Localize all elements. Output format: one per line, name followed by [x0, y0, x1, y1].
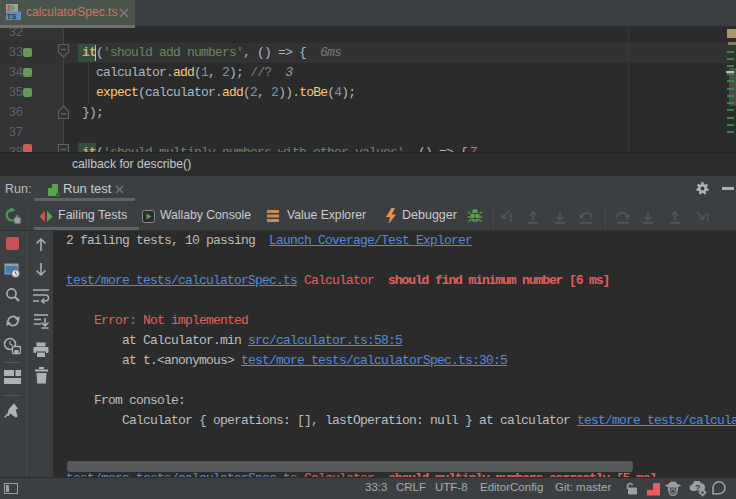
svg-text:?: ?	[695, 483, 701, 493]
svg-text:TS: TS	[6, 12, 17, 20]
